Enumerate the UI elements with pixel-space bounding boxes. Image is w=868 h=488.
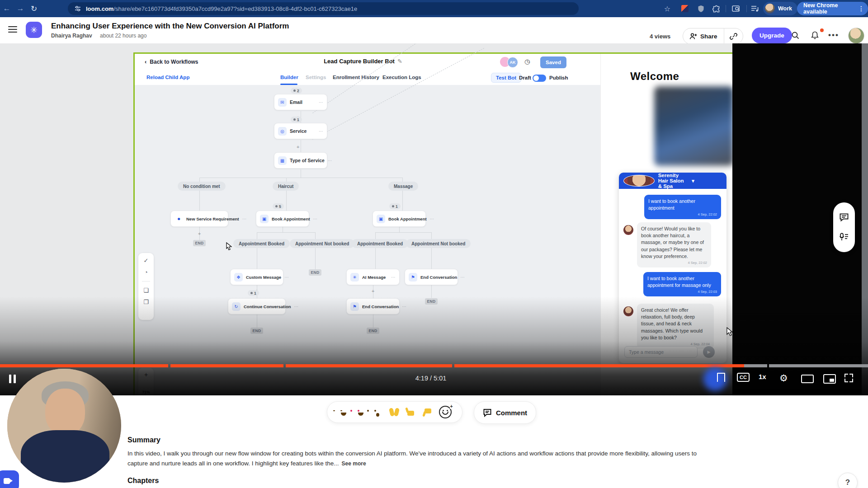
user-avatar[interactable] [848,28,864,44]
flow-line [301,140,301,153]
tab-settings[interactable]: Settings [306,75,326,80]
workflow-node-book-appointment[interactable]: ▣Book Appointment⋯ [256,211,309,227]
saved-button[interactable]: Saved [540,56,566,68]
history-clock-icon[interactable]: ◷ [524,58,530,65]
more-options-icon[interactable]: ••• [828,30,839,41]
condition-pill: Appointment Booked [233,239,290,248]
summary-heading: Summary [127,436,160,444]
notifications-bell-icon[interactable] [809,30,820,41]
emoji-raised-hands[interactable] [388,406,400,418]
back-icon[interactable]: ← [0,4,14,13]
shield-extension-icon[interactable] [696,4,705,13]
emoji-heart-eyes[interactable] [355,406,367,418]
see-more-link[interactable]: See more [342,460,366,467]
analytics-icon[interactable]: ◔ [144,269,148,275]
loom-logo[interactable]: ✳ [26,22,42,38]
search-icon[interactable] [790,30,801,41]
transcript-icon[interactable] [839,233,849,242]
workflow-node-book-appointment[interactable]: ▣Book Appointment⋯ [373,211,426,227]
video-player[interactable]: ‹Back to Workflows Lead Capture Builder … [0,43,868,395]
reaction-bar: + [327,401,462,423]
end-chip: END [193,240,206,246]
bookmark-star-icon[interactable]: ☆ [663,4,672,13]
draft-publish-toggle[interactable] [533,75,546,82]
emoji-thumbs-down[interactable] [422,406,434,418]
emoji-thumbs-up[interactable] [405,406,417,418]
tab-execution-logs[interactable]: Execution Logs [382,75,421,80]
playlist-icon[interactable] [750,4,760,13]
captions-button[interactable]: CC [737,373,750,382]
browser-profile-chip[interactable]: Work [763,2,797,15]
tab-enrollment-history[interactable]: Enrollment History [333,75,379,80]
fullscreen-button[interactable] [844,374,853,382]
node-menu-icon[interactable]: ⋯ [391,275,396,280]
back-to-workflows-link[interactable]: ‹Back to Workflows [145,58,198,65]
node-menu-icon[interactable]: ⋯ [313,216,318,221]
author-name[interactable]: Dhairya Raghav [51,33,92,39]
node-menu-icon[interactable]: ⋯ [242,216,247,221]
plus-connector[interactable]: + [197,231,202,236]
update-pill-label: New Chrome available [803,2,854,15]
test-bot-button[interactable]: Test Bot [491,73,521,83]
edit-pencil-icon[interactable]: ✎ [397,58,402,65]
bookmark-button[interactable] [717,373,725,382]
node-menu-icon[interactable]: ⋯ [284,275,289,280]
validate-icon[interactable]: ✓ [144,258,149,263]
flow-line [199,178,402,178]
workflow-node-ai-message[interactable]: ✳AI Message⋯ [346,269,400,285]
comment-tool-icon[interactable]: ❏ [143,287,149,293]
tab-builder[interactable]: Builder [280,75,298,80]
blurred-image [654,86,734,166]
upgrade-button[interactable]: Upgrade [752,28,792,43]
person-plus-icon [689,33,697,40]
workflow-node-custom-message[interactable]: ❖Custom Message⋯ [230,269,283,285]
workflow-node-new-service-requirement[interactable]: ●New Service Requirement⋯ [170,211,228,227]
workflow-node-end-conversation[interactable]: ⚑End Conversation⋯ [405,269,458,285]
playback-time: 4:19 / 5:01 [386,375,476,382]
plus-connector[interactable]: + [295,145,301,149]
pause-button[interactable] [9,375,16,383]
playback-speed-button[interactable]: 1x [759,373,766,380]
profile-avatar [765,4,775,14]
extension-colored-icon[interactable] [680,4,689,13]
theater-mode-button[interactable] [801,375,814,383]
seek-bar[interactable] [0,364,868,367]
reading-list-icon[interactable] [731,4,741,13]
node-menu-icon[interactable]: ⋯ [319,100,323,105]
share-button[interactable]: Share [683,33,724,40]
hamburger-menu-icon[interactable] [8,26,17,33]
node-menu-icon[interactable]: ⋯ [328,158,332,163]
chat-header[interactable]: Serenity Hair Salon & Spa ▾ [619,173,726,189]
comments-icon[interactable] [839,213,849,222]
settings-gear-icon[interactable]: ⚙ [779,373,788,384]
node-menu-icon[interactable]: ⋯ [460,275,465,280]
emoji-joy[interactable] [338,406,349,418]
node-menu-icon[interactable]: ⋯ [430,216,434,221]
copy-link-button[interactable] [724,28,743,44]
chrome-update-pill[interactable]: New Chrome available ⋮ [797,2,868,15]
plus-connector[interactable]: + [370,289,376,293]
workflow-node-service[interactable]: ◎Service⋯ [274,123,327,139]
pip-button[interactable] [823,374,836,384]
forward-icon[interactable]: → [14,4,27,13]
end-chip: END [309,269,321,276]
browser-menu-icon[interactable]: ⋮ [858,5,864,12]
branch-pill: Haircut [273,182,299,191]
extensions-puzzle-icon[interactable] [712,4,721,13]
workflow-node-email[interactable]: ✉Email⋯ [274,94,327,110]
site-settings-icon[interactable] [74,5,81,12]
reload-icon[interactable]: ↻ [27,4,41,14]
notification-dot [820,28,824,32]
presenter-webcam-bubble[interactable] [7,369,121,483]
emoji-surprised[interactable] [372,406,383,418]
add-reaction-icon[interactable]: + [439,406,452,418]
reload-child-app-link[interactable]: Reload Child App [146,75,189,80]
url-bar[interactable]: loom.com/share/ebe7c160773d4fd39350a7ccd… [68,2,579,15]
workflow-node-type-of-service[interactable]: ▦Type of Service⋯ [274,152,327,169]
chapters-heading: Chapters [127,477,159,485]
chevron-down-icon[interactable]: ▾ [692,178,722,184]
comment-button[interactable]: Comment [474,401,536,424]
loom-record-button[interactable] [0,470,19,488]
node-menu-icon[interactable]: ⋯ [319,129,323,134]
draft-label: Draft [519,75,531,80]
